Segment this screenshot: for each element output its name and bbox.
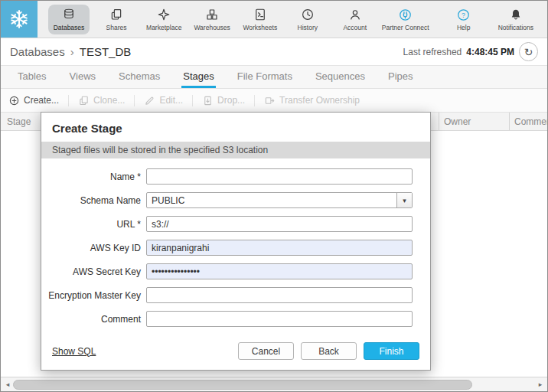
column-header-comment: Comment: [509, 113, 547, 130]
dialog-footer: Show SQL Cancel Back Finish: [41, 336, 430, 370]
horizontal-scrollbar[interactable]: ◂ ▸: [1, 377, 547, 391]
nav-label: Databases: [54, 24, 85, 31]
toolbar-divider: [134, 95, 135, 106]
stages-toolbar: Create... Clone... Edit...: [1, 89, 547, 113]
refresh-area: Last refreshed 4:48:45 PM ↻: [403, 42, 538, 61]
nav-label: Marketplace: [146, 24, 181, 31]
tab-schemas[interactable]: Schemas: [117, 66, 161, 88]
comment-label: Comment: [41, 314, 141, 325]
form-row-name: Name *: [41, 168, 430, 185]
object-tabs: Tables Views Schemas Stages File Formats…: [1, 66, 547, 89]
nav-item-databases[interactable]: Databases: [48, 5, 90, 34]
nav-right: Partner Connect ? Help No: [376, 1, 547, 38]
encryption-master-key-input[interactable]: [146, 287, 413, 303]
breadcrumb-row: Databases › TEST_DB Last refreshed 4:48:…: [1, 38, 547, 66]
nav-label: Worksheets: [243, 24, 277, 31]
nav-item-help[interactable]: ? Help: [443, 5, 484, 34]
toolbar-divider: [254, 95, 255, 106]
last-refreshed-time: 4:48:45 PM: [466, 47, 514, 57]
create-button[interactable]: Create...: [8, 95, 59, 106]
main-nav: Databases Shares Marketplace: [38, 1, 376, 38]
drop-label: Drop...: [217, 95, 245, 106]
scrollbar-track[interactable]: [13, 380, 535, 390]
help-icon: ?: [456, 8, 471, 22]
toolbar-divider: [68, 95, 69, 106]
finish-button[interactable]: Finish: [364, 342, 419, 360]
tab-sequences[interactable]: Sequences: [314, 66, 367, 88]
url-label: URL *: [41, 219, 141, 230]
transfer-ownership-button[interactable]: Transfer Ownership: [264, 95, 360, 106]
edit-label: Edit...: [159, 95, 183, 106]
form-row-url: URL *: [41, 216, 430, 232]
breadcrumb-separator: ›: [70, 45, 74, 58]
cancel-button[interactable]: Cancel: [238, 342, 294, 360]
dialog-buttons: Cancel Back Finish: [238, 342, 419, 360]
drop-button[interactable]: Drop...: [202, 95, 245, 106]
form-row-comment: Comment: [41, 311, 430, 327]
nav-item-shares[interactable]: Shares: [96, 5, 137, 34]
transfer-ownership-label: Transfer Ownership: [279, 95, 360, 106]
tab-pipes[interactable]: Pipes: [387, 66, 415, 88]
nav-label: Help: [457, 24, 470, 31]
refresh-button[interactable]: ↻: [519, 42, 538, 61]
create-label: Create...: [24, 95, 59, 106]
comment-input[interactable]: [146, 311, 413, 327]
chevron-down-icon[interactable]: ▾: [396, 193, 412, 207]
tab-file-formats[interactable]: File Formats: [236, 66, 294, 88]
column-header-owner: Owner: [439, 113, 509, 130]
scrollbar-thumb[interactable]: [13, 380, 472, 390]
notifications-icon: [509, 8, 523, 22]
nav-item-warehouses[interactable]: Warehouses: [191, 5, 233, 34]
url-input[interactable]: [146, 216, 413, 232]
tab-views[interactable]: Views: [68, 66, 97, 88]
refresh-icon: ↻: [524, 46, 533, 58]
nav-label: Warehouses: [194, 24, 230, 31]
snowflake-console-window: Databases Shares Marketplace: [0, 0, 548, 392]
nav-item-partner-connect[interactable]: Partner Connect: [376, 5, 435, 34]
nav-label: Shares: [106, 24, 127, 31]
show-sql-link[interactable]: Show SQL: [52, 346, 96, 357]
back-button[interactable]: Back: [301, 342, 357, 360]
aws-key-id-input[interactable]: [146, 240, 413, 256]
transfer-ownership-icon: [264, 95, 276, 106]
create-stage-form: Name * Schema Name PUBLIC ▾ URL * AWS Ke…: [41, 158, 430, 336]
databases-icon: [62, 8, 76, 22]
create-stage-dialog: Create Stage Staged files will be stored…: [41, 112, 431, 371]
nav-item-account[interactable]: Account: [334, 5, 376, 34]
last-refreshed-label: Last refreshed: [403, 47, 462, 57]
nav-item-worksheets[interactable]: Worksheets: [240, 5, 281, 34]
encryption-master-key-label: Encryption Master Key: [41, 290, 141, 301]
schema-name-select[interactable]: PUBLIC ▾: [146, 192, 413, 208]
tab-stages[interactable]: Stages: [181, 66, 215, 88]
dialog-title: Create Stage: [41, 113, 430, 142]
nav-item-notifications[interactable]: Notifications: [492, 5, 540, 34]
edit-button[interactable]: Edit...: [144, 95, 183, 106]
svg-text:?: ?: [462, 11, 465, 18]
name-input[interactable]: [146, 168, 413, 185]
tab-tables[interactable]: Tables: [16, 66, 48, 88]
nav-item-marketplace[interactable]: Marketplace: [143, 5, 184, 34]
dialog-subtitle: Staged files will be stored in the speci…: [41, 142, 430, 158]
snowflake-icon: [8, 8, 30, 30]
aws-secret-key-input[interactable]: [146, 263, 413, 279]
scroll-right-icon[interactable]: ▸: [535, 381, 546, 388]
name-label: Name *: [41, 172, 141, 182]
clone-button[interactable]: Clone...: [78, 95, 125, 106]
shares-icon: [109, 8, 123, 22]
nav-label: Partner Connect: [382, 24, 429, 31]
scroll-left-icon[interactable]: ◂: [2, 381, 13, 388]
account-icon: [348, 8, 362, 22]
history-icon: [301, 8, 315, 22]
snowflake-logo[interactable]: [1, 1, 38, 38]
nav-label: Account: [343, 24, 367, 31]
clone-label: Clone...: [93, 95, 125, 106]
form-row-encryption-master-key: Encryption Master Key: [41, 287, 430, 303]
edit-icon: [144, 95, 155, 106]
schema-name-selected-value: PUBLIC: [147, 195, 396, 206]
partner-connect-icon: [398, 8, 413, 22]
nav-item-history[interactable]: History: [287, 5, 328, 34]
chevron-glyph: ▾: [403, 197, 406, 204]
breadcrumb: Databases › TEST_DB: [10, 45, 131, 58]
breadcrumb-parent[interactable]: Databases: [10, 45, 65, 58]
aws-secret-key-label: AWS Secret Key: [41, 266, 141, 277]
